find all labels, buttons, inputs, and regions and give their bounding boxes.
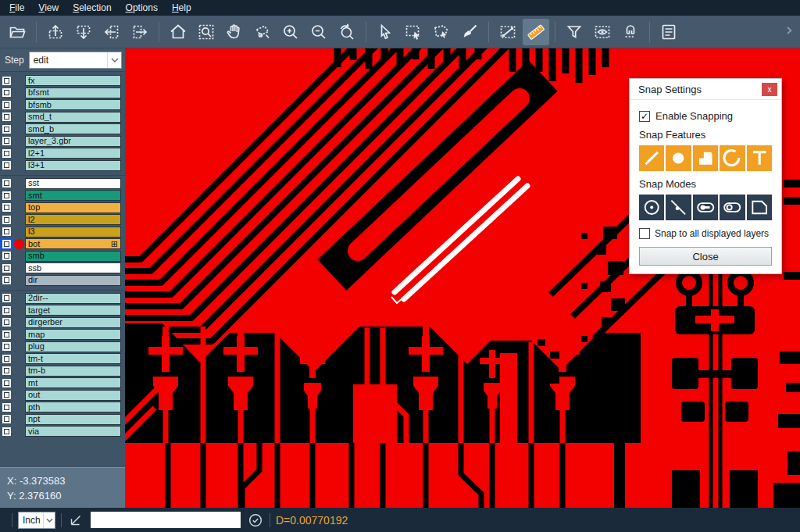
layer-label[interactable]: l2 — [25, 214, 121, 225]
layer-label[interactable]: l3+1 — [25, 160, 121, 171]
menu-file[interactable]: File — [5, 0, 34, 16]
layer-label[interactable]: tm-b — [25, 366, 121, 377]
layer-label[interactable]: top — [25, 202, 121, 213]
zoom-in-button[interactable] — [277, 19, 304, 45]
report-button[interactable] — [655, 19, 682, 45]
layer-visibility-checkbox[interactable] — [0, 238, 13, 249]
layer-label[interactable]: tm-t — [25, 353, 121, 364]
layer-label[interactable]: bfsmb — [25, 99, 121, 110]
layer-visibility-checkbox[interactable] — [0, 305, 13, 316]
layer-label[interactable]: smd_t — [25, 112, 121, 123]
zoom-home-button[interactable] — [165, 19, 191, 45]
close-button[interactable]: Close — [639, 247, 772, 266]
layer-label[interactable]: smd_b — [25, 123, 121, 134]
layer-visibility-checkbox[interactable] — [0, 353, 13, 364]
layer-visibility-checkbox[interactable] — [0, 414, 13, 425]
import-left-button[interactable] — [98, 19, 125, 45]
layer-visibility-checkbox[interactable] — [0, 317, 13, 328]
import-right-button[interactable] — [127, 19, 153, 45]
layer-visibility-checkbox[interactable] — [0, 390, 13, 401]
layer-visibility-checkbox[interactable] — [0, 402, 13, 412]
menu-options[interactable]: Options — [121, 0, 167, 16]
select-polygon-button[interactable] — [428, 19, 455, 45]
zoom-previous-button[interactable] — [334, 19, 360, 45]
zoom-out-button[interactable] — [305, 19, 332, 45]
layer-visibility-checkbox[interactable] — [0, 136, 13, 147]
layer-label[interactable]: layer_3.gbr — [25, 136, 121, 147]
layer-label[interactable]: via — [25, 426, 121, 437]
layer-visibility-checkbox[interactable] — [0, 214, 13, 225]
pan-button[interactable] — [221, 19, 248, 45]
layer-label[interactable]: fx — [25, 75, 121, 86]
step-select[interactable]: edit — [29, 52, 122, 69]
layer-label[interactable]: smb — [25, 251, 121, 262]
import-up-button[interactable] — [42, 19, 69, 45]
snap-magnet-button[interactable] — [617, 19, 644, 45]
layer-visibility-checkbox[interactable] — [0, 329, 13, 340]
layer-visibility-checkbox[interactable] — [0, 275, 13, 286]
layer-label[interactable]: plug — [25, 341, 121, 352]
layer-label[interactable]: bfsmt — [25, 87, 121, 98]
layer-label[interactable]: out — [25, 390, 121, 401]
snap-feature-arc-button[interactable] — [720, 145, 745, 171]
layer-label[interactable]: 2dir-- — [25, 293, 121, 304]
layer-visibility-checkbox[interactable] — [0, 262, 13, 273]
layer-label[interactable]: l2+1 — [25, 148, 121, 159]
measure-points-button[interactable] — [495, 19, 521, 45]
zoom-area-button[interactable] — [249, 19, 276, 45]
layer-visibility-checkbox[interactable] — [0, 99, 13, 110]
filter-button[interactable] — [561, 19, 588, 45]
menu-help[interactable]: Help — [167, 0, 201, 16]
layer-visibility-checkbox[interactable] — [0, 341, 13, 352]
layer-label[interactable]: map — [25, 329, 121, 340]
zoom-window-button[interactable] — [193, 19, 220, 45]
measure-input[interactable] — [91, 512, 241, 528]
layer-label[interactable]: dir — [25, 275, 121, 286]
select-button[interactable] — [372, 19, 398, 45]
apply-check-icon[interactable] — [247, 512, 264, 529]
layer-visibility-checkbox[interactable] — [0, 202, 13, 213]
layer-label[interactable]: smt — [25, 190, 121, 201]
snap-feature-text-button[interactable] — [747, 145, 772, 171]
ruler-button[interactable] — [523, 19, 549, 45]
layer-visibility-checkbox[interactable] — [0, 366, 13, 377]
angle-measure-icon[interactable] — [67, 512, 84, 529]
menu-view[interactable]: View — [34, 0, 68, 16]
unit-select[interactable]: Inch — [18, 512, 55, 529]
snap-mode-outline-button[interactable] — [747, 195, 772, 220]
layer-label[interactable]: bot⊞ — [25, 238, 121, 249]
layer-visibility-checkbox[interactable] — [0, 87, 13, 98]
layer-label[interactable]: pth — [25, 402, 121, 412]
toolbar-overflow-chevron[interactable] — [780, 21, 798, 43]
pcb-canvas[interactable]: Snap Settings x ✓ Enable Snapping Snap F… — [125, 48, 800, 508]
layer-label[interactable]: mt — [25, 377, 121, 388]
close-icon[interactable]: x — [762, 83, 777, 96]
layer-label[interactable]: sst — [25, 178, 121, 189]
layer-label[interactable]: target — [25, 305, 121, 316]
menu-selection[interactable]: Selection — [68, 0, 120, 16]
snap-mode-center-button[interactable] — [639, 195, 664, 220]
view-options-button[interactable] — [589, 19, 616, 45]
snap-mode-slot-filled-button[interactable] — [693, 195, 718, 220]
layer-visibility-checkbox[interactable] — [0, 293, 13, 304]
layer-label[interactable]: l3 — [25, 227, 121, 237]
layer-visibility-checkbox[interactable] — [0, 123, 13, 134]
select-rectangle-button[interactable] — [400, 19, 427, 45]
snap-mode-slot-button[interactable] — [720, 195, 745, 220]
snap-all-layers-checkbox[interactable]: Snap to all displayed layers — [639, 228, 772, 239]
layer-visibility-checkbox[interactable] — [0, 160, 13, 171]
layer-visibility-checkbox[interactable] — [0, 227, 13, 237]
snap-feature-surface-button[interactable] — [693, 145, 718, 171]
layer-visibility-checkbox[interactable] — [0, 377, 13, 388]
open-file-button[interactable] — [4, 19, 30, 45]
layer-visibility-checkbox[interactable] — [0, 426, 13, 437]
layer-visibility-checkbox[interactable] — [0, 178, 13, 189]
layer-visibility-checkbox[interactable] — [0, 148, 13, 159]
dialog-titlebar[interactable]: Snap Settings x — [630, 79, 781, 100]
layer-label[interactable]: dirgerber — [25, 317, 121, 328]
layer-label[interactable]: ssb — [25, 262, 121, 273]
layer-label[interactable]: npt — [25, 414, 121, 425]
layer-visibility-checkbox[interactable] — [0, 251, 13, 262]
layer-visibility-checkbox[interactable] — [0, 112, 13, 123]
layer-visibility-checkbox[interactable] — [0, 75, 13, 86]
